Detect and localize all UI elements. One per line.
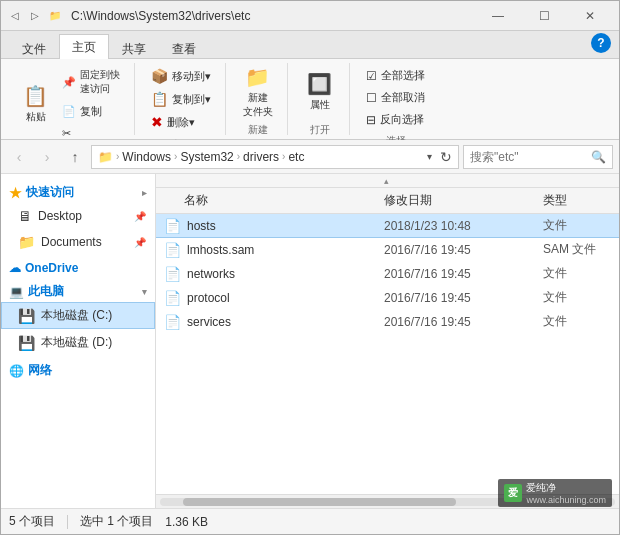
maximize-button[interactable]: ☐ [521, 1, 567, 31]
watermark-logo: 爱 [504, 484, 522, 502]
file-type-networks: 文件 [539, 265, 619, 282]
help-button[interactable]: ? [591, 33, 611, 53]
col-header-name[interactable]: 名称 [156, 192, 376, 209]
paste-icon: 📋 [23, 84, 48, 108]
search-icon[interactable]: 🔍 [591, 150, 606, 164]
forward-button[interactable]: › [35, 145, 59, 169]
sidebar-item-drive-c[interactable]: 💾 本地磁盘 (C:) [1, 302, 155, 329]
invertselect-button[interactable]: ⊟ 反向选择 [360, 109, 431, 130]
ribbon-group-select: ☑ 全部选择 ☐ 全部取消 ⊟ 反向选择 选择 [352, 63, 439, 135]
file-type-services: 文件 [539, 313, 619, 330]
sidebar: ★ 快速访问 ▸ 🖥 Desktop 📌 📁 Documents 📌 ☁ One… [1, 174, 156, 508]
file-row-lmhosts[interactable]: 📄 lmhosts.sam 2016/7/16 19:45 SAM 文件 [156, 238, 619, 262]
clipboard-secondary: 📌 固定到快速访问 📄 复制 ✂ [56, 65, 126, 143]
thispc-expand: ▾ [142, 287, 147, 297]
deselectall-icon: ☐ [366, 91, 377, 105]
up-button[interactable]: ↑ [63, 145, 87, 169]
breadcrumb-etc[interactable]: etc [288, 150, 304, 164]
file-explorer-window: ◁ ▷ 📁 C:\Windows\System32\drivers\etc — … [0, 0, 620, 535]
address-dropdown-arrow[interactable]: ▾ [427, 151, 432, 162]
file-icon-networks: 📄 [164, 266, 181, 282]
pin-indicator: 📌 [134, 211, 146, 222]
pin-button[interactable]: 📌 固定到快速访问 [56, 65, 126, 99]
copyto-icon: 📋 [151, 91, 168, 107]
statusbar: 5 个项目 选中 1 个项目 1.36 KB [1, 508, 619, 534]
file-icon-hosts: 📄 [164, 218, 181, 234]
quick-access-expand: ▸ [142, 188, 147, 198]
deselectall-button[interactable]: ☐ 全部取消 [360, 87, 431, 108]
file-date-protocol: 2016/7/16 19:45 [376, 291, 539, 305]
refresh-button[interactable]: ↻ [440, 149, 452, 165]
col-header-date[interactable]: 修改日期 [376, 192, 539, 209]
breadcrumb-windows[interactable]: Windows [122, 150, 171, 164]
tab-home[interactable]: 主页 [59, 34, 109, 59]
delete-button[interactable]: ✖ 删除▾ [145, 111, 217, 133]
file-date-lmhosts: 2016/7/16 19:45 [376, 243, 539, 257]
main-area: ★ 快速访问 ▸ 🖥 Desktop 📌 📁 Documents 📌 ☁ One… [1, 174, 619, 508]
minimize-button[interactable]: — [475, 1, 521, 31]
title-forward-icon[interactable]: ▷ [27, 8, 43, 24]
newfolder-button[interactable]: 📁 新建 文件夹 [237, 65, 279, 119]
network-section[interactable]: 🌐 网络 [1, 356, 155, 381]
sidebar-item-documents[interactable]: 📁 Documents 📌 [1, 229, 155, 255]
tab-file[interactable]: 文件 [9, 35, 59, 63]
navbars: ‹ › ↑ 📁 › Windows › System32 › drivers ›… [1, 140, 619, 174]
sort-arrow: ▴ [384, 176, 389, 186]
ribbon-content: 📋 粘贴 📌 固定到快速访问 📄 复制 ✂ [1, 59, 619, 139]
sidebar-item-drive-d[interactable]: 💾 本地磁盘 (D:) [1, 329, 155, 356]
ribbon-group-organize: 📦 移动到▾ 📋 复制到▾ ✖ 删除▾ ✏ 重命名 [137, 63, 226, 135]
address-bar[interactable]: 📁 › Windows › System32 › drivers › etc ▾… [91, 145, 459, 169]
paste-button[interactable]: 📋 粘贴 [17, 77, 54, 131]
search-input[interactable] [470, 150, 587, 164]
title-back-icon[interactable]: ◁ [7, 8, 23, 24]
file-icon-services: 📄 [164, 314, 181, 330]
file-type-lmhosts: SAM 文件 [539, 241, 619, 258]
pin-icon: 📌 [62, 76, 76, 89]
file-date-networks: 2016/7/16 19:45 [376, 267, 539, 281]
watermark: 爱 爱纯净 www.aichuning.com [498, 479, 612, 507]
close-button[interactable]: ✕ [567, 1, 613, 31]
tab-share[interactable]: 共享 [109, 35, 159, 63]
file-row-hosts[interactable]: 📄 hosts 2018/1/23 10:48 文件 [156, 214, 619, 238]
star-icon: ★ [9, 185, 22, 201]
breadcrumb-system32[interactable]: System32 [180, 150, 233, 164]
col-header-type[interactable]: 类型 [539, 192, 619, 209]
titlebar-path: C:\Windows\System32\drivers\etc [71, 9, 475, 23]
copy-button[interactable]: 📄 复制 [56, 101, 126, 122]
moveto-button[interactable]: 📦 移动到▾ [145, 65, 217, 87]
selectall-button[interactable]: ☑ 全部选择 [360, 65, 431, 86]
titlebar-window-icons: ◁ ▷ 📁 [7, 8, 63, 24]
select-buttons: ☑ 全部选择 ☐ 全部取消 ⊟ 反向选择 [360, 65, 431, 130]
status-total: 5 个项目 [9, 513, 55, 530]
search-bar[interactable]: 🔍 [463, 145, 613, 169]
newfolder-icon: 📁 [245, 65, 270, 89]
quick-access-section[interactable]: ★ 快速访问 ▸ [1, 178, 155, 203]
breadcrumb-drivers[interactable]: drivers [243, 150, 279, 164]
hscroll-thumb[interactable] [183, 498, 456, 506]
tab-view[interactable]: 查看 [159, 35, 209, 63]
copyto-button[interactable]: 📋 复制到▾ [145, 88, 217, 110]
file-name-lmhosts: 📄 lmhosts.sam [156, 242, 376, 258]
file-name-networks: 📄 networks [156, 266, 376, 282]
onedrive-section[interactable]: ☁ OneDrive [1, 255, 155, 277]
file-row-protocol[interactable]: 📄 protocol 2016/7/16 19:45 文件 [156, 286, 619, 310]
statusbar-divider [67, 515, 68, 529]
thispc-section[interactable]: 💻 此电脑 ▾ [1, 277, 155, 302]
delete-icon: ✖ [151, 114, 163, 130]
file-name-hosts: 📄 hosts [156, 218, 376, 234]
onedrive-icon: ☁ [9, 261, 21, 275]
properties-button[interactable]: 🔲 属性 [301, 65, 338, 119]
ribbon-tabs: 文件 主页 共享 查看 ? [1, 31, 619, 59]
file-icon-lmhosts: 📄 [164, 242, 181, 258]
watermark-url: www.aichuning.com [526, 495, 606, 505]
new-label: 新建 [248, 119, 268, 137]
back-button[interactable]: ‹ [7, 145, 31, 169]
file-row-networks[interactable]: 📄 networks 2016/7/16 19:45 文件 [156, 262, 619, 286]
drive-c-label: 本地磁盘 (C:) [41, 307, 112, 324]
sidebar-item-desktop[interactable]: 🖥 Desktop 📌 [1, 203, 155, 229]
title-folder-icon: 📁 [47, 8, 63, 24]
selectall-icon: ☑ [366, 69, 377, 83]
file-row-services[interactable]: 📄 services 2016/7/16 19:45 文件 [156, 310, 619, 334]
pin-indicator2: 📌 [134, 237, 146, 248]
ribbon-group-open: 🔲 属性 打开 [290, 63, 350, 135]
